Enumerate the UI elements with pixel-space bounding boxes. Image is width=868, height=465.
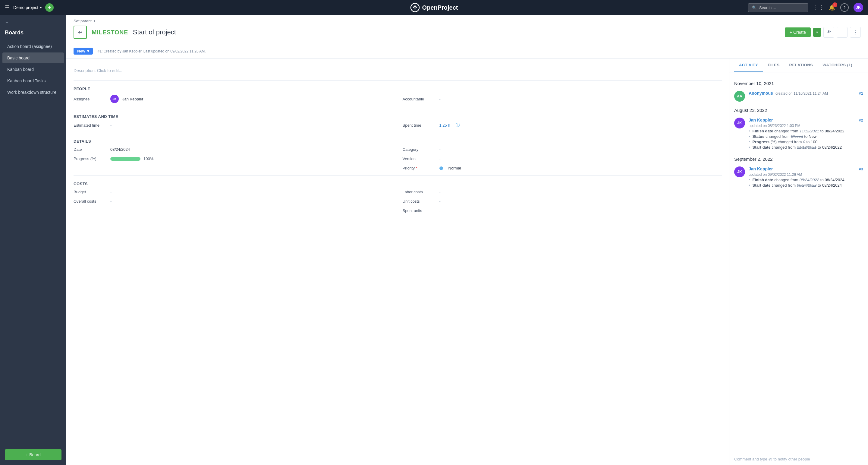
activity-change-2-3: • Progress (%) changed from 0 to 100	[749, 140, 863, 144]
create-dropdown-button[interactable]: ▾	[813, 28, 821, 37]
spent-units-label: Spent units	[403, 208, 436, 213]
sidebar-item-basic-board[interactable]: Basic board	[2, 53, 64, 63]
view-button[interactable]: 👁	[824, 27, 834, 38]
sidebar-item-action-board[interactable]: Action board (assignee)	[2, 41, 64, 52]
version-value: -	[439, 156, 441, 161]
search-box[interactable]: 🔍 Search ...	[748, 3, 808, 12]
change-field-2-4: Start date	[752, 145, 771, 150]
status-badge[interactable]: New ▾	[73, 48, 93, 55]
change-new-3-1: 08/24/2024	[825, 178, 844, 182]
activity-content-2: Jan Keppler #2 updated on 08/23/2022 1:0…	[749, 118, 863, 150]
spent-time-value[interactable]: 1.25 h	[439, 123, 450, 127]
progress-fill	[110, 157, 141, 161]
spent-time-label: Spent time	[403, 123, 436, 127]
change-field-2-2: Status	[752, 134, 765, 139]
priority-value: Normal	[448, 166, 461, 170]
activity-number-2[interactable]: #2	[859, 118, 863, 122]
fullscreen-button[interactable]: ⛶	[837, 27, 847, 38]
assignee-name: Jan Keppler	[122, 97, 143, 101]
tab-watchers[interactable]: WATCHERS (1)	[818, 58, 857, 72]
activity-change-3-1: • Finish date changed from 08/24/2022 to…	[749, 178, 863, 182]
activity-user-2[interactable]: Jan Keppler	[749, 118, 773, 122]
costs-field-grid: Budget - Labor costs - Overall costs - U…	[73, 190, 722, 213]
change-new-3-2: 08/24/2024	[822, 183, 842, 187]
overall-costs-value: -	[110, 199, 112, 204]
details-section-title: DETAILS	[73, 139, 722, 144]
activity-user-row-3: Jan Keppler #3	[749, 167, 863, 171]
activity-user-row-1: Anonymous created on 11/10/2021 11:24 AM…	[749, 91, 863, 95]
category-value: -	[439, 147, 441, 152]
project-caret-icon: ▾	[40, 6, 41, 9]
date-field: Date 08/24/2024	[73, 147, 393, 152]
hamburger-button[interactable]: ☰	[5, 4, 10, 11]
accountable-label: Accountable	[403, 97, 436, 101]
change-field-2-3: Progress (%)	[752, 140, 777, 144]
overall-costs-label: Overall costs	[73, 199, 107, 204]
sidebar-back-button[interactable]: ←	[0, 15, 66, 27]
labor-costs-field: Labor costs -	[403, 190, 722, 194]
sidebar-item-work-breakdown[interactable]: Work breakdown structure	[2, 87, 64, 98]
progress-percent: 100%	[144, 156, 153, 161]
version-label: Version	[403, 156, 436, 161]
change-new-2-2: New	[809, 134, 816, 139]
change-old-2-3: 0	[803, 140, 805, 144]
activity-content-3: Jan Keppler #3 updated on 09/02/2022 11:…	[749, 167, 863, 188]
user-avatar[interactable]: JK	[854, 3, 863, 12]
activity-action-1: created on 11/10/2021 11:24 AM	[775, 91, 828, 95]
help-button[interactable]: ?	[840, 3, 849, 12]
more-options-button[interactable]: ⋮	[850, 27, 861, 38]
change-new-2-3: 100	[811, 140, 817, 144]
unit-costs-label: Unit costs	[403, 199, 436, 204]
people-divider	[73, 108, 722, 108]
progress-field: Progress (%) 100%	[73, 156, 393, 161]
right-tabs: ACTIVITY FILES RELATIONS WATCHERS (1)	[730, 58, 868, 72]
project-selector[interactable]: Demo project ▾	[13, 5, 41, 10]
activity-date-2: August 23, 2022	[734, 108, 863, 113]
project-name-label: Demo project	[13, 5, 38, 10]
work-item-back-button[interactable]: ↩	[73, 26, 87, 39]
change-field-2-1: Finish date	[752, 129, 773, 133]
tab-relations[interactable]: RELATIONS	[784, 58, 818, 72]
activity-number-3[interactable]: #3	[859, 167, 863, 171]
status-row: New ▾ #1: Created by Jan Keppler. Last u…	[66, 44, 868, 58]
change-old-2-1: 11/12/2021	[800, 129, 819, 133]
activity-change-2-4: • Start date changed from 11/12/2021 to …	[749, 145, 863, 150]
estimated-time-field: Estimated time -	[73, 122, 393, 128]
activity-user-3[interactable]: Jan Keppler	[749, 167, 773, 171]
activity-entry-3: JK Jan Keppler #3 updated on 09/02/2022 …	[734, 167, 863, 188]
tab-activity[interactable]: ACTIVITY	[734, 58, 763, 72]
sidebar-item-kanban-board-tasks[interactable]: Kanban board Tasks	[2, 76, 64, 86]
category-field: Category -	[403, 147, 722, 152]
set-parent-row[interactable]: Set parent +	[73, 19, 861, 23]
app-body: ← Boards Action board (assignee) Basic b…	[0, 15, 868, 465]
spent-units-value: -	[439, 208, 441, 213]
assignee-avatar[interactable]: JK	[110, 95, 119, 103]
grid-icon[interactable]: ⋮⋮	[813, 4, 824, 11]
more-icon: ⋮	[853, 30, 858, 35]
costs-section-title: COSTS	[73, 181, 722, 186]
work-item-header: Set parent + ↩ MILESTONE Start of projec…	[66, 15, 868, 44]
create-button[interactable]: + Create	[785, 27, 811, 37]
change-field-3-2: Start date	[752, 183, 771, 187]
activity-number-1[interactable]: #1	[859, 91, 863, 95]
set-parent-plus-icon: +	[93, 19, 96, 23]
assignee-field: Assignee JK Jan Keppler	[73, 95, 393, 103]
search-icon: 🔍	[752, 5, 757, 10]
top-navbar: ☰ Demo project ▾ + OpenProject 🔍 Search …	[0, 0, 868, 15]
activity-change-2-1: • Finish date changed from 11/12/2021 to…	[749, 129, 863, 133]
tab-files[interactable]: FILES	[763, 58, 784, 72]
add-board-button[interactable]: + Board	[5, 449, 61, 460]
description-area[interactable]: Description: Click to edit...	[73, 66, 722, 81]
activity-user-1[interactable]: Anonymous	[749, 91, 773, 95]
change-field-3-1: Finish date	[752, 178, 773, 182]
comment-area[interactable]: Comment and type @ to notify other peopl…	[730, 453, 868, 465]
category-label: Category	[403, 147, 436, 152]
app-logo: OpenProject	[410, 3, 458, 12]
labor-costs-label: Labor costs	[403, 190, 436, 194]
sidebar-item-kanban-board[interactable]: Kanban board	[2, 64, 64, 75]
time-info-icon[interactable]: ⓘ	[456, 122, 460, 128]
add-project-button[interactable]: +	[45, 3, 54, 12]
budget-label: Budget	[73, 190, 107, 194]
activity-avatar-2: JK	[734, 118, 745, 128]
notifications-button[interactable]: 🔔 1	[829, 4, 835, 11]
